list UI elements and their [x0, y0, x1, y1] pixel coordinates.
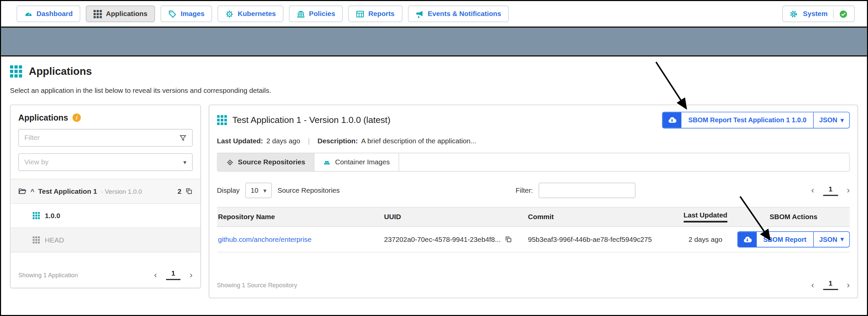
dashboard-icon — [24, 10, 33, 18]
tab-label: Container Images — [335, 158, 390, 166]
application-version: · Version 1.0.0 — [101, 188, 142, 195]
current-page: 1 — [823, 185, 838, 195]
chevron-down-icon: ▾ — [263, 187, 266, 193]
sidebar-header: Applications i — [10, 105, 200, 122]
sidebar-filter-input[interactable] — [24, 134, 175, 141]
nav-reports-button[interactable]: Reports — [348, 6, 402, 22]
detail-header: Test Application 1 - Version 1.0.0 (late… — [217, 112, 849, 129]
nav-kubernetes-button[interactable]: Kubernetes — [218, 6, 284, 22]
nav-events-notifications-button[interactable]: Events & Notifications — [408, 6, 509, 22]
table-controls: Display 10 ▾ Source Repositories Filter:… — [217, 183, 849, 198]
version-row-1-0-0[interactable]: 1.0.0 — [10, 204, 200, 228]
table-filter-input[interactable] — [538, 183, 636, 198]
uuid-value: 237202a0-70ec-4578-9941-23eb4f8... — [384, 235, 501, 243]
copy-icon[interactable] — [185, 188, 193, 195]
table-row: github.com/anchore/enterprise 237202a0-7… — [217, 227, 849, 252]
sbom-report-row-button-group: SBOM Report JSON ▾ — [737, 231, 850, 248]
nav-divider — [833, 9, 834, 19]
column-header-uuid[interactable]: UUID — [383, 213, 527, 221]
nav-label: Reports — [369, 10, 395, 18]
policies-bank-icon — [297, 10, 305, 18]
gear-icon — [789, 10, 798, 18]
sbom-download-button[interactable] — [738, 232, 756, 247]
copy-icon[interactable] — [505, 236, 513, 243]
sbom-format-label: JSON — [819, 116, 837, 124]
next-page-button[interactable]: › — [847, 186, 850, 195]
applications-list-panel: Applications i View by ▾ ^ Test Applicat… — [10, 104, 201, 288]
nav-label: Applications — [106, 10, 147, 18]
cloud-download-icon — [668, 116, 677, 125]
source-repo-diamond-icon — [226, 159, 234, 166]
content-panels: Applications i View by ▾ ^ Test Applicat… — [10, 104, 858, 298]
nav-images-button[interactable]: Images — [161, 6, 212, 22]
collapse-icon[interactable]: ^ — [30, 187, 34, 195]
column-header-repository-name[interactable]: Repository Name — [217, 213, 383, 221]
kubernetes-helm-icon — [225, 10, 234, 18]
detail-meta: Last Updated: 2 days ago | Description: … — [217, 137, 849, 145]
filter-funnel-icon — [179, 134, 186, 141]
prev-page-button[interactable]: ‹ — [811, 280, 814, 289]
sbom-format-select[interactable]: JSON ▾ — [813, 112, 849, 128]
commit-value: 95b3eaf3-996f-446b-ae78-fecf5949c275 — [527, 235, 674, 243]
background-band — [1, 28, 867, 56]
table-header-row: Repository Name UUID Commit Last Updated… — [217, 207, 849, 227]
meta-divider: | — [308, 137, 310, 145]
sbom-report-header-button[interactable]: SBOM Report Test Application 1 1.0.0 — [682, 112, 813, 128]
sbom-report-row-button[interactable]: SBOM Report — [757, 232, 814, 247]
view-by-select[interactable]: View by ▾ — [19, 153, 193, 171]
applications-page: Applications Select an application in th… — [1, 56, 867, 315]
view-by-placeholder: View by — [24, 158, 49, 166]
nav-button-group: Dashboard Applications Images Kubernetes… — [17, 6, 509, 22]
version-row-head[interactable]: HEAD — [10, 228, 200, 253]
system-button[interactable]: System — [803, 10, 828, 18]
nav-label: Images — [181, 10, 205, 18]
column-header-sbom-actions[interactable]: SBOM Actions — [737, 213, 850, 221]
detail-title: Test Application 1 - Version 1.0.0 (late… — [232, 115, 391, 125]
table-pagination-bottom: ‹ 1 › — [811, 280, 849, 290]
nav-dashboard-button[interactable]: Dashboard — [17, 6, 81, 22]
table-filter-label: Filter: — [516, 186, 533, 194]
column-header-last-updated[interactable]: Last Updated — [674, 212, 737, 222]
prev-page-button[interactable]: ‹ — [154, 270, 157, 279]
chevron-down-icon: ▾ — [841, 117, 844, 123]
display-count-select[interactable]: 10 ▾ — [245, 183, 272, 198]
next-page-button[interactable]: › — [847, 280, 850, 289]
version-label: HEAD — [45, 236, 64, 244]
next-page-button[interactable]: › — [189, 270, 192, 279]
sbom-format-label: JSON — [819, 235, 837, 243]
description-label: Description: — [317, 137, 358, 145]
last-updated-label: Last Updated: — [217, 137, 263, 145]
tab-container-images[interactable]: Container Images — [315, 153, 399, 171]
application-detail-panel: Test Application 1 - Version 1.0.0 (late… — [209, 104, 858, 298]
info-icon[interactable]: i — [72, 114, 81, 122]
system-control-group: System — [782, 6, 855, 22]
applications-grid-icon — [10, 65, 22, 77]
health-check-icon[interactable] — [839, 10, 848, 18]
column-header-commit[interactable]: Commit — [527, 213, 674, 221]
tab-source-repositories[interactable]: Source Repositories — [217, 153, 315, 171]
tags-icon — [168, 10, 177, 18]
screenshot-frame: Dashboard Applications Images Kubernetes… — [0, 0, 868, 316]
last-updated-cell: 2 days ago — [674, 235, 737, 243]
detail-tabs: Source Repositories Container Images — [217, 153, 849, 171]
display-label: Display — [217, 186, 240, 194]
folder-open-icon — [19, 187, 27, 195]
nav-applications-button[interactable]: Applications — [86, 6, 155, 22]
page-title: Applications — [29, 65, 92, 77]
container-images-icon — [323, 159, 331, 166]
repository-link[interactable]: github.com/anchore/enterprise — [218, 235, 311, 243]
application-row[interactable]: ^ Test Application 1 · Version 1.0.0 2 — [10, 179, 200, 204]
current-page: 1 — [166, 270, 181, 280]
application-name: Test Application 1 — [38, 187, 97, 195]
nav-label: Dashboard — [36, 10, 72, 18]
last-updated-value: 2 days ago — [266, 137, 300, 145]
sbom-download-button[interactable] — [663, 112, 682, 128]
megaphone-icon — [415, 10, 424, 18]
sbom-format-select[interactable]: JSON ▾ — [813, 232, 849, 247]
cloud-download-icon — [743, 235, 752, 244]
table-pagination-top: ‹ 1 › — [811, 185, 849, 195]
prev-page-button[interactable]: ‹ — [811, 186, 814, 195]
description-value: A brief description of the application..… — [361, 137, 476, 145]
nav-policies-button[interactable]: Policies — [289, 6, 343, 22]
application-grid-icon — [217, 115, 227, 125]
